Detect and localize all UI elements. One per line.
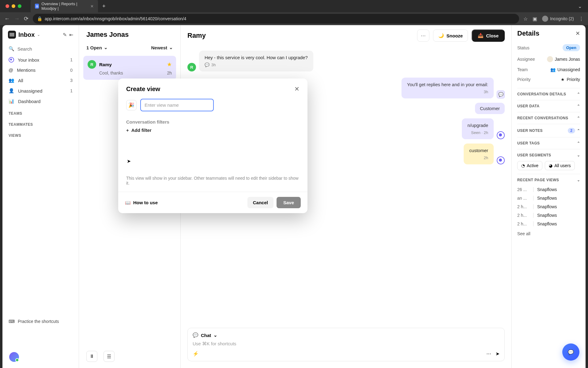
inbox-icon	[9, 57, 14, 63]
details-title: Details	[517, 29, 539, 37]
composer-input[interactable]: Use ⌘K for shortcuts	[193, 341, 499, 347]
save-button[interactable]: Save	[277, 197, 301, 208]
close-icon[interactable]: ✕	[294, 85, 300, 93]
chevron-down-icon[interactable]: ⌄	[37, 33, 40, 37]
assignee-label: Assignee	[517, 57, 535, 62]
recent-page-views-section[interactable]: RECENT PAGE VIEWS ⌄	[517, 178, 580, 182]
incoming-message: Hey - this service is very cool. How can…	[199, 51, 313, 71]
chat-icon: 💬	[205, 63, 209, 67]
close-icon[interactable]: ✕	[575, 30, 580, 37]
extensions-icon[interactable]: ▣	[533, 16, 537, 22]
chevron-down-icon: ⌄	[577, 178, 580, 182]
open-filter[interactable]: 1 Open ⌄	[86, 45, 108, 50]
emoji-picker[interactable]: 🎉	[126, 100, 137, 110]
page-view-row: an ...Snapflows	[517, 194, 580, 202]
collapse-icon[interactable]: ⇤	[69, 32, 73, 38]
conversation-title: Ramy	[187, 32, 206, 40]
tab-close-icon[interactable]: ✕	[90, 4, 94, 9]
priority-value[interactable]: ★Priority	[561, 77, 580, 82]
mention-icon: @	[9, 67, 13, 73]
segment-active[interactable]: ◔Active	[517, 161, 542, 170]
url-field[interactable]: 🔒 app.intercom.com/a/inbox/nnsgmgob/inbo…	[33, 14, 519, 24]
tab-title: Overview | Reports | Moodjoy |	[41, 2, 86, 11]
people-icon: 👥	[9, 78, 14, 83]
star-icon[interactable]: ★	[167, 61, 172, 68]
composer[interactable]: 💬 Chat ⌄ Use ⌘K for shortcuts ⚡ ⋯ ➤	[187, 328, 505, 361]
dashboard-icon: 📊	[9, 98, 14, 104]
conversation-item[interactable]: R Ramy ★ Cool, thanks 2h	[83, 56, 176, 80]
inbox-title[interactable]: Inbox	[18, 31, 35, 38]
modal-title: Create view	[126, 86, 160, 93]
browser-tab[interactable]: ⊞ Overview | Reports | Moodjoy | ✕	[31, 0, 98, 13]
tab-favicon: ⊞	[35, 4, 39, 9]
shortcuts-link[interactable]: ⌨ Practice the shortcuts	[6, 316, 76, 327]
person-icon: 👤	[9, 88, 14, 94]
user-tags-section[interactable]: USER TAGS ⌃	[517, 141, 580, 145]
send-icon[interactable]: ➤	[496, 351, 499, 357]
lightning-icon[interactable]: ⚡	[193, 351, 199, 357]
team-label: Team	[517, 67, 528, 72]
new-tab-button[interactable]: +	[102, 3, 106, 10]
list-view-button[interactable]: ☰	[104, 351, 115, 362]
create-view-modal: Create view ✕ 🎉 Conversation filters + A…	[118, 79, 307, 213]
archive-icon: 📥	[478, 33, 484, 38]
sidebar-item-your-inbox[interactable]: Your inbox 1	[6, 55, 76, 65]
window-close[interactable]	[6, 4, 9, 8]
team-value[interactable]: 👥Unassigned	[550, 67, 580, 72]
sidebar-item-all[interactable]: 👥 All 3	[6, 75, 76, 86]
incognito-icon	[542, 16, 548, 22]
sort-filter[interactable]: Newest ⌄	[151, 45, 173, 50]
app-logo[interactable]	[8, 31, 16, 39]
sidebar-item-mentions[interactable]: @ Mentions 0	[6, 65, 76, 75]
menu-icon[interactable]: ⋮	[579, 16, 584, 22]
snooze-button[interactable]: 🌙 Snooze	[433, 29, 468, 42]
avatar: R	[88, 60, 96, 69]
cursor: ➤	[127, 158, 131, 164]
more-icon[interactable]: ⋯	[486, 351, 491, 357]
status-label: Status	[517, 45, 530, 50]
user-notes-section[interactable]: USER NOTES 2 ⌃	[517, 128, 580, 133]
sidebar: Inbox ⌄ ✎ ⇤ 🔍 Search Your inbox 1 @ Ment…	[2, 25, 79, 368]
outgoing-message: You'll get replies here and in your emai…	[401, 78, 494, 98]
contact-name: Ramy	[99, 62, 112, 67]
star-icon[interactable]: ☆	[523, 16, 528, 22]
forward-button[interactable]: →	[14, 16, 20, 22]
view-name-input[interactable]	[140, 99, 214, 111]
notes-count: 2	[568, 128, 575, 133]
intercom-launcher[interactable]: 💬	[562, 343, 579, 361]
agent-avatar	[497, 156, 505, 164]
pause-button[interactable]: ⏸	[86, 351, 97, 362]
sidebar-item-dashboard[interactable]: 📊 Dashboard	[6, 96, 76, 106]
details-panel: Details ✕ Status Open Assignee James Jon…	[511, 25, 586, 368]
cancel-button[interactable]: Cancel	[247, 197, 273, 208]
presence-icon[interactable]	[9, 352, 19, 362]
agent-avatar	[497, 131, 505, 139]
window-maximize[interactable]	[18, 4, 21, 8]
segment-all-users[interactable]: ◕All users	[545, 161, 575, 170]
search-input[interactable]: 🔍 Search	[6, 43, 76, 55]
window-minimize[interactable]	[12, 4, 15, 8]
back-button[interactable]: ←	[4, 16, 10, 22]
sidebar-item-unassigned[interactable]: 👤 Unassigned 1	[6, 86, 76, 96]
tabs-dropdown-icon[interactable]: ⌄	[578, 3, 582, 9]
incognito-badge[interactable]: Incognito (2)	[542, 16, 574, 22]
add-filter-button[interactable]: + Add filter	[126, 128, 300, 133]
user-data-section[interactable]: USER DATA ⌃	[517, 104, 580, 108]
more-button[interactable]: ⋯	[417, 29, 429, 42]
pie-icon: ◕	[549, 163, 552, 168]
page-view-row: 2 h...Snapflows	[517, 220, 580, 228]
conversation-details-section[interactable]: CONVERSATION DETAILS ⌃	[517, 92, 580, 96]
close-button[interactable]: 📥 Close	[472, 29, 505, 42]
user-segments-section[interactable]: USER SEGMENTS ⌄	[517, 153, 580, 157]
how-to-link[interactable]: 📖 How to use	[125, 200, 158, 205]
see-all-link[interactable]: See all	[517, 228, 580, 239]
chat-mode-icon: 💬	[193, 332, 198, 338]
recent-conversations-section[interactable]: RECENT CONVERSATIONS ⌃	[517, 116, 580, 120]
pie-icon: ◔	[521, 163, 525, 168]
compose-icon[interactable]: ✎	[63, 32, 67, 38]
assignee-value[interactable]: James Jonas	[547, 56, 580, 62]
reload-button[interactable]: ⟳	[24, 15, 28, 22]
search-icon: 🔍	[9, 46, 14, 52]
status-value[interactable]: Open	[563, 44, 580, 51]
chevron-down-icon[interactable]: ⌄	[213, 332, 217, 338]
